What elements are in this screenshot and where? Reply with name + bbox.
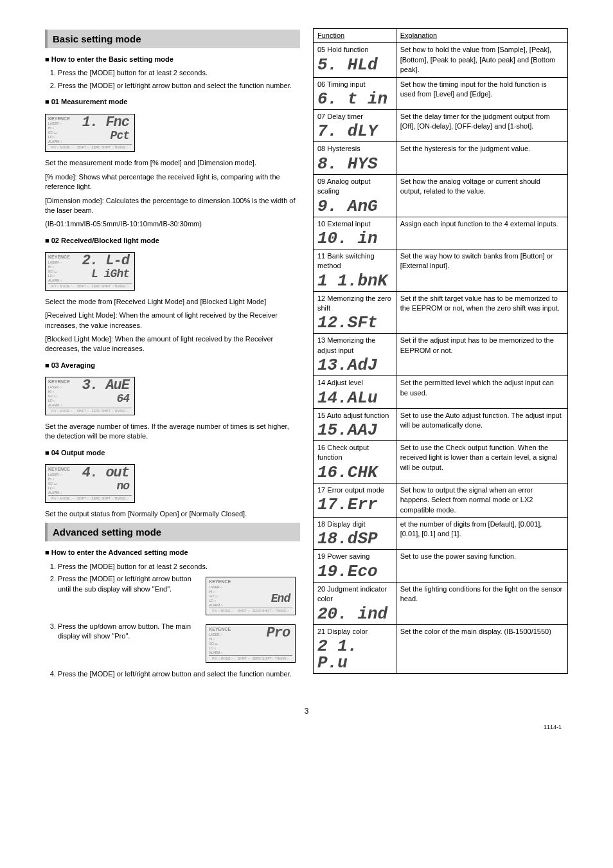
function-label: 15 Auto adjust function — [317, 411, 392, 420]
table-row: 19 Power saving19.EcoSet to use the powe… — [314, 550, 568, 582]
function-label: 14 Adjust level — [317, 378, 392, 388]
function-seg: 19.Eco — [317, 563, 392, 580]
adv-step-2-text: Press the [MODE] or left/right arrow but… — [58, 574, 199, 594]
function-label: 16 Check output function — [317, 443, 392, 463]
function-seg: 1 1.bnK — [317, 273, 392, 289]
explanation-cell: Set to use the Check output function. Wh… — [396, 441, 567, 484]
section-04-header: 04 Output mode — [45, 448, 300, 458]
function-label: 13 Memorizing the adjust input — [317, 336, 392, 356]
s02-p3: [Blocked Light Mode]: When the amount of… — [45, 334, 300, 354]
s04-p1: Set the output status from [Normally Ope… — [45, 509, 300, 519]
panel-pro-seg: Pro — [228, 626, 292, 640]
table-row: 07 Delay timer7. dLYSet the delay timer … — [314, 109, 568, 141]
s01-p1: Set the measurement mode from [% model] … — [45, 158, 300, 168]
function-cell: 09 Analog output scaling9. AnG — [314, 174, 396, 217]
function-table: Function Explanation 05 Hold function5. … — [313, 28, 568, 674]
s02-p2: [Received Light Mode]: When the amount o… — [45, 311, 300, 330]
function-cell: 07 Delay timer7. dLY — [314, 109, 396, 141]
function-cell: 06 Timing input6. t in — [314, 77, 396, 109]
adv-step-3: Press the up/down arrow button. The main… — [58, 622, 300, 665]
table-row: 05 Hold function5. HLdSet how to hold th… — [314, 43, 568, 77]
panel-01-seg2: Pct — [67, 130, 132, 141]
function-seg: 2 1. P.u — [317, 638, 392, 671]
basic-setting-header: Basic setting mode — [45, 30, 300, 48]
s01-p4: (IB-01:1mm/IB-05:5mm/IB-10:10mm/IB-30:30… — [45, 219, 300, 229]
panel-04: KEYENCELASER ○HI ○GO ▭LO ○ALARM ○ 4. out… — [45, 464, 135, 503]
table-header-function: Function — [314, 29, 396, 43]
explanation-cell: et the number of digits from [Default], … — [396, 517, 567, 549]
explanation-cell: Set how the timing input for the hold fu… — [396, 77, 567, 109]
function-cell: 12 Memorizing the zero shift12.SFt — [314, 291, 396, 334]
function-seg: 5. HLd — [317, 57, 392, 73]
function-label: 17 Error output mode — [317, 485, 392, 495]
explanation-cell: Set if the shift target value has to be … — [396, 291, 567, 334]
function-seg: 18.dSP — [317, 530, 392, 547]
function-label: 08 Hysteresis — [317, 144, 392, 154]
explanation-cell: Assign each input function to the 4 exte… — [396, 217, 567, 249]
panel-04-seg1: 4. out — [67, 466, 132, 480]
explanation-cell: Set the permitted level which the adjust… — [396, 376, 567, 408]
table-row: 12 Memorizing the zero shift12.SFtSet if… — [314, 291, 568, 334]
table-row: 21 Display color2 1. P.uSet the color of… — [314, 624, 568, 673]
function-label: 06 Timing input — [317, 80, 392, 89]
advanced-howto-header: How to enter the Advanced setting mode — [45, 548, 300, 557]
s02-p1: Select the mode from [Received Light Mod… — [45, 297, 300, 307]
function-cell: 15 Auto adjust function15.AAJ — [314, 408, 396, 440]
function-seg: 9. AnG — [317, 198, 392, 215]
function-cell: 19 Power saving19.Eco — [314, 550, 396, 582]
advanced-setting-header: Advanced setting mode — [45, 523, 300, 541]
table-row: 16 Check output function16.CHKSet to use… — [314, 441, 568, 484]
function-seg: 15.AAJ — [317, 422, 392, 439]
footer-code: 1114-1 — [0, 723, 613, 732]
table-row: 15 Auto adjust function15.AAJSet to use … — [314, 408, 568, 440]
table-row: 10 External input10. inAssign each input… — [314, 217, 568, 249]
function-label: 20 Judgment indicator color — [317, 584, 392, 604]
panel-04-seg2: no — [67, 480, 132, 492]
s01-p2: [% mode]: Shows what percentage the rece… — [45, 172, 300, 192]
function-cell: 14 Adjust level14.ALu — [314, 376, 396, 408]
explanation-cell: Set to use the Auto adjust function. The… — [396, 408, 567, 440]
function-seg: 16.CHK — [317, 464, 392, 481]
basic-howto-header: How to enter the Basic setting mode — [45, 55, 300, 64]
function-label: 11 Bank switching method — [317, 251, 392, 271]
table-header-explanation: Explanation — [396, 29, 567, 43]
function-cell: 21 Display color2 1. P.u — [314, 624, 396, 673]
table-row: 20 Judgment indicator color20. indSet th… — [314, 582, 568, 624]
function-seg: 20. ind — [317, 606, 392, 622]
table-row: 18 Display digit18.dSPet the number of d… — [314, 517, 568, 549]
basic-step-1: Press the [MODE] button for at least 2 s… — [58, 68, 300, 78]
function-label: 10 External input — [317, 219, 392, 229]
function-cell: 18 Display digit18.dSP — [314, 517, 396, 549]
function-cell: 20 Judgment indicator color20. ind — [314, 582, 396, 624]
function-seg: 14.ALu — [317, 390, 392, 406]
panel-03: KEYENCELASER ○HI ○GO ▭LO ○ALARM ○ 3. AuE… — [45, 377, 135, 415]
function-seg: 10. in — [317, 230, 392, 247]
panel-03-seg1: 3. AuE — [67, 379, 132, 393]
panel-02-seg1: 2. L-d — [67, 254, 132, 268]
function-seg: 13.AdJ — [317, 357, 392, 374]
function-cell: 08 Hysteresis8. HYS — [314, 142, 396, 174]
table-row: 11 Bank switching method1 1.bnKSet the w… — [314, 249, 568, 291]
function-label: 05 Hold function — [317, 45, 392, 55]
s01-p3: [Dimension mode]: Calculates the percent… — [45, 196, 300, 216]
table-row: 13 Memorizing the adjust input13.AdJSet … — [314, 334, 568, 376]
function-label: 18 Display digit — [317, 520, 392, 529]
explanation-cell: Set how to hold the value from [Sample],… — [396, 43, 567, 77]
panel-pro: KEYENCELASER ○HI ○GO ▭LO ○ALARM ○ Pro P.… — [206, 624, 296, 663]
function-cell: 16 Check output function16.CHK — [314, 441, 396, 484]
table-row: 17 Error output mode17.ErrSet how to out… — [314, 483, 568, 517]
explanation-cell: Set to use the power saving function. — [396, 550, 567, 582]
explanation-cell: Set how the analog voltage or current sh… — [396, 174, 567, 217]
function-label: 19 Power saving — [317, 552, 392, 561]
explanation-cell: Set the way how to switch banks from [Bu… — [396, 249, 567, 291]
table-row: 14 Adjust level14.ALuSet the permitted l… — [314, 376, 568, 408]
function-seg: 6. t in — [317, 91, 392, 107]
table-row: 08 Hysteresis8. HYSSet the hysteresis fo… — [314, 142, 568, 174]
adv-step-3-text: Press the up/down arrow button. The main… — [58, 622, 199, 642]
function-cell: 10 External input10. in — [314, 217, 396, 249]
table-row: 09 Analog output scaling9. AnGSet how th… — [314, 174, 568, 217]
function-seg: 7. dLY — [317, 123, 392, 140]
panel-03-seg2: 64 — [67, 393, 132, 404]
explanation-cell: Set if the adjust input has to be memori… — [396, 334, 567, 376]
section-03-header: 03 Averaging — [45, 361, 300, 370]
